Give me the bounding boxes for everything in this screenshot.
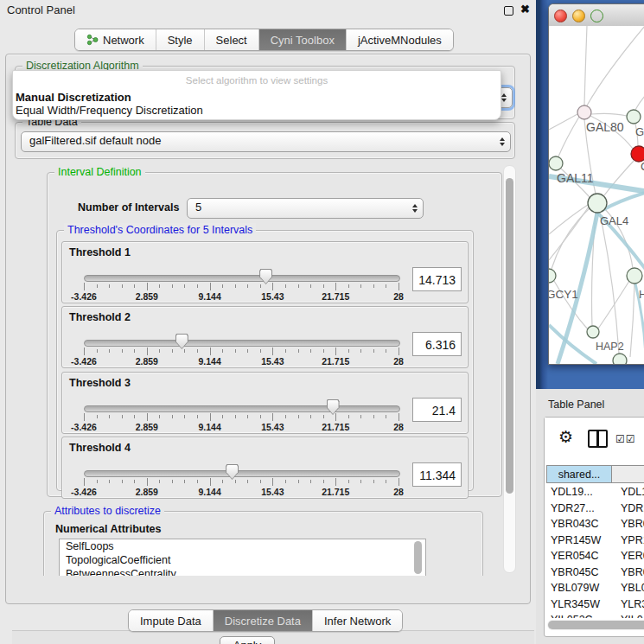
split-view-icon[interactable] [588,430,608,448]
slider-ticks [84,283,399,290]
slider-track[interactable] [84,340,400,347]
popup-option-equal-width[interactable]: Equal Width/Frequency Discretization [16,104,498,117]
table-hscrollbar-thumb[interactable] [548,621,644,629]
node-hap2[interactable] [587,326,599,338]
settings-scrollbar-track[interactable] [503,165,516,573]
network-window-titlebar[interactable] [549,4,644,27]
list-item[interactable]: TopologicalCoefficient [60,553,425,567]
numerical-attributes-list[interactable]: SelfLoopsTopologicalCoefficientBetweenne… [59,539,426,576]
threshold-value-field[interactable]: 6.316 [412,332,462,356]
slider-track[interactable] [84,470,400,477]
threshold-label: Threshold 2 [69,311,131,323]
table-row[interactable]: YLR345WYLR3 [546,596,644,613]
tab-cyni-toolbox[interactable]: Cyni Toolbox [259,29,347,50]
slider-tick-labels: -3.4262.8599.14415.4321.71528 [84,356,399,366]
threshold-value-field[interactable]: 14.713 [412,267,462,291]
table-row[interactable]: YBL079WYBL0 [546,580,644,596]
column-header-name[interactable]: n [611,465,644,483]
table-row[interactable]: YDL19...YDL1 [546,484,644,501]
table-row[interactable]: YPR145WYPR1 [546,532,644,549]
slider-ticks [84,478,399,486]
tab-discretize-data[interactable]: Discretize Data [214,610,313,631]
table-row[interactable]: YIL052CYIL0 [546,612,644,618]
slider-track[interactable] [84,405,400,412]
gear-icon[interactable]: ⚙ [558,427,573,447]
network-canvas-svg: GAL80GCGAL11GAL4GCY1HHAP2 [549,26,644,364]
attributes-subtitle: Numerical Attributes [55,523,161,535]
slider-tick-labels: -3.4262.8599.14415.4321.71528 [84,487,399,496]
network-icon [86,34,99,46]
tab-style[interactable]: Style [156,29,205,50]
minimize-traffic-light-icon[interactable] [572,10,585,22]
close-traffic-light-icon[interactable] [554,10,567,22]
interval-definition-group: Interval Definition Number of Intervals … [47,172,502,497]
node-label: GCY1 [549,288,578,301]
list-item[interactable]: SelfLoops [60,539,425,553]
list-scrollbar[interactable] [414,541,422,574]
list-item[interactable]: BetweennessCentrality [60,567,425,576]
network-canvas[interactable]: GAL80GCGAL11GAL4GCY1HHAP2 [549,26,644,364]
table-data-combo[interactable]: galFiltered.sif default node [21,131,511,152]
table-row[interactable]: YDR27...YDR2 [546,501,644,517]
float-window-icon[interactable] [504,6,513,16]
tab-label: jActiveMNodules [358,34,442,47]
node-label: GAL80 [586,120,624,134]
tab-label: Style [168,34,193,47]
combo-value: galFiltered.sif default node [29,132,161,150]
popup-hint: Select algorithm to view settings [13,75,501,86]
node-bottom[interactable] [613,354,627,364]
close-icon[interactable]: ✖ [520,3,530,16]
apply-bar: Apply [12,630,534,644]
threshold-value-field[interactable]: 11.344 [412,462,462,487]
tab-label: Impute Data [140,615,201,628]
tab-impute-data[interactable]: Impute Data [129,610,214,631]
zoom-traffic-light-icon[interactable] [590,10,603,22]
table-panel-region: Table Panel ⚙ ☑☑ shared... n YDL19...YDL… [536,389,644,644]
checkbox-icon[interactable]: ☑☑ [615,433,636,445]
node-table-body: YDL19...YDL1YDR27...YDR2YBR043CYBR0YPR14… [546,484,644,618]
intervals-combo[interactable]: 5 [187,198,424,219]
network-desktop-area: GAL80GCGAL11GAL4GCY1HHAP2 [536,0,644,389]
control-panel-tabs: Network Style Select Cyni Toolbox jActiv… [74,29,454,51]
threshold-label: Threshold 3 [69,377,131,389]
threshold-panel: Threshold 4 -3.4262.8599.14415.4321.7152… [61,437,469,499]
settings-scrollbar-thumb[interactable] [506,178,513,494]
node-green-ne[interactable] [627,110,641,124]
node-label: HAP2 [596,341,624,353]
tab-jactivemnodules[interactable]: jActiveMNodules [347,29,453,50]
tab-label: Cyni Toolbox [271,34,335,47]
node-pink[interactable] [577,105,591,119]
apply-button[interactable]: Apply [220,636,275,644]
control-panel-titlebar: Control Panel ✖ [0,0,536,21]
node-gal11[interactable] [549,156,563,170]
combo-value: 5 [195,199,201,216]
node-gal4[interactable] [588,194,607,213]
group-title: Interval Definition [54,165,145,179]
slider-track[interactable] [84,275,400,282]
tab-label: Network [103,34,144,47]
cyni-toolbox-panel: Discretization Algorithm Table Data galF… [5,54,531,604]
table-row[interactable]: YER054CYER0 [546,548,644,564]
table-hscrollbar-track[interactable] [547,620,644,630]
table-row[interactable]: YBR045CYBR0 [546,564,644,581]
slider-ticks [84,413,399,421]
node-h[interactable] [627,268,642,284]
tab-infer-network[interactable]: Infer Network [313,610,402,631]
slider-tick-labels: -3.4262.8599.14415.4321.71528 [84,422,399,431]
threshold-value-field[interactable]: 21.4 [412,398,462,422]
column-header-shared-name[interactable]: shared... [546,465,612,483]
node-gcy1[interactable] [549,269,556,283]
table-panel-title: Table Panel [548,399,604,411]
table-toolbar: ⚙ ☑☑ [545,418,644,461]
table-header: shared... n [546,465,644,483]
tab-select[interactable]: Select [205,29,259,50]
threshold-panel: Threshold 2 -3.4262.8599.14415.4321.7152… [61,306,469,368]
node-label: H [639,288,644,301]
node-label: C [641,160,644,173]
algorithm-dropdown-popup: Select algorithm to view settings Manual… [12,70,501,120]
tab-network[interactable]: Network [75,29,156,50]
panel-title: Control Panel [7,3,75,16]
tab-label: Infer Network [324,615,391,628]
table-row[interactable]: YBR043CYBR0 [546,516,644,532]
popup-option-manual[interactable]: Manual Discretization [16,91,498,104]
